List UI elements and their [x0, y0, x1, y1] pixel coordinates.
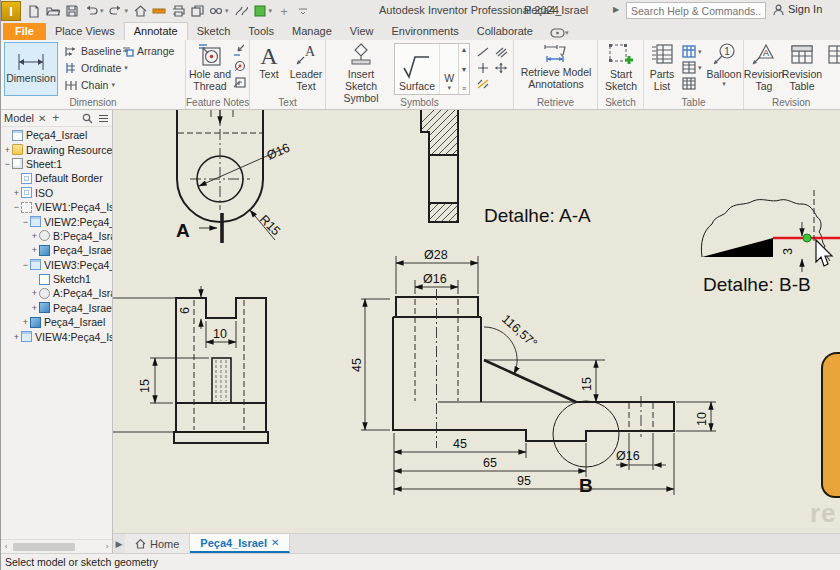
browser-menu-icon[interactable] — [98, 114, 109, 123]
scroll-left-icon[interactable]: ‹ — [1, 542, 11, 551]
caterpillar-icon[interactable] — [476, 46, 490, 58]
scrollbar-thumb[interactable] — [13, 543, 75, 551]
hole-thread-button[interactable]: Hole and Thread — [188, 43, 232, 92]
tree-item[interactable]: Peça4_Israel — [1, 128, 112, 142]
expand-toggle[interactable]: + — [12, 332, 21, 342]
tree-item[interactable]: +ISO — [1, 186, 112, 200]
view-front[interactable]: B Ø28 Ø16 — [350, 248, 716, 496]
redo-dropdown-icon[interactable]: ▾ — [125, 7, 129, 15]
gallery-up-icon[interactable]: ▲ — [461, 46, 468, 53]
close-document-icon[interactable]: ✕ — [271, 537, 279, 548]
tree-item[interactable]: −Sheet:1 — [1, 157, 112, 171]
tab-file[interactable]: File — [3, 23, 46, 40]
revision-tag-button[interactable]: A Revision Tag — [746, 43, 782, 92]
sign-in-button[interactable]: Sign In — [773, 3, 822, 15]
dim-10-side[interactable]: 10 — [213, 327, 227, 341]
tree-item[interactable]: +Drawing Resources — [1, 142, 112, 156]
panel-label-revision[interactable]: Revision — [744, 97, 840, 108]
panel-label-feature-notes[interactable]: Feature Notes — [186, 97, 249, 108]
tab-document[interactable]: Peça4_Israel ✕ — [190, 534, 290, 553]
detail-label-b[interactable]: B — [579, 475, 593, 496]
parts-list-button[interactable]: Parts List — [646, 43, 678, 92]
ribbon-display-toggle-icon[interactable]: ▾ — [550, 28, 569, 40]
tree-item[interactable]: +Peça4_Israel — [1, 301, 112, 315]
tree-item[interactable]: −VIEW2:Peça4_Israel — [1, 214, 112, 228]
scroll-right-icon[interactable]: › — [102, 542, 112, 551]
expand-toggle[interactable]: + — [12, 188, 21, 198]
print-icon[interactable] — [171, 4, 185, 18]
tab-environments[interactable]: Environments — [382, 23, 467, 40]
view-side[interactable]: 6 10 15 — [113, 286, 268, 443]
tree-item[interactable]: −VIEW3:Peça4_Israel — [1, 258, 112, 272]
copy-sheets-icon[interactable] — [190, 4, 204, 18]
bend-table-icon[interactable] — [682, 77, 696, 90]
undo-dropdown-icon[interactable]: ▾ — [100, 7, 104, 15]
expand-toggle[interactable]: − — [3, 159, 12, 169]
tab-place-views[interactable]: Place Views — [46, 23, 124, 40]
dim-dia28[interactable]: Ø28 — [424, 248, 448, 262]
link-dropdown-icon[interactable]: ▾ — [225, 7, 229, 15]
open-file-icon[interactable] — [46, 4, 60, 18]
insert-sketch-symbol-button[interactable]: Insert Sketch Symbol — [330, 43, 392, 104]
dimension-button[interactable]: Dimension — [4, 42, 58, 96]
tab-home[interactable]: Home — [125, 534, 190, 553]
bend-note-icon[interactable] — [233, 76, 246, 88]
tree-item[interactable]: −VIEW1:Peça4_Israel — [1, 200, 112, 214]
dim-dia16-top[interactable]: Ø16 — [423, 272, 447, 286]
dim-10-arm[interactable]: 10 — [695, 412, 709, 426]
gallery-down-icon[interactable]: ▼ — [461, 66, 468, 73]
panel-label-text[interactable]: Text — [250, 97, 325, 108]
detail-b-label[interactable]: Detalhe: B-B — [703, 274, 811, 295]
chamfer-note-icon[interactable] — [233, 44, 246, 56]
view-detail-bb[interactable]: 3 Detalhe: B-B — [701, 190, 840, 295]
link-icon[interactable] — [209, 4, 223, 18]
undo-icon[interactable] — [84, 4, 98, 18]
tab-view[interactable]: View — [341, 23, 383, 40]
text-button[interactable]: A Text — [252, 43, 286, 80]
dim-6[interactable]: 6 — [178, 307, 192, 314]
tree-item[interactable]: +VIEW4:Peça4_Israel — [1, 329, 112, 343]
surface-texture-button[interactable]: Surface — [395, 44, 439, 94]
tab-tools[interactable]: Tools — [239, 23, 283, 40]
hole-table-icon[interactable] — [682, 61, 696, 74]
punch-note-icon[interactable] — [233, 60, 246, 72]
sketch-acceleration-icon[interactable] — [234, 4, 248, 18]
save-icon[interactable] — [65, 4, 79, 18]
dim-r15[interactable]: R15 — [257, 212, 283, 238]
ordinate-button[interactable]: Ordinate▾ — [64, 62, 128, 74]
general-table-icon[interactable] — [682, 45, 696, 58]
dim-angle[interactable]: 116,57° — [499, 312, 540, 351]
title-flyout-arrow-icon[interactable]: ▶ — [613, 5, 619, 14]
expand-toggle[interactable]: + — [30, 231, 39, 241]
expand-toggle[interactable]: − — [12, 202, 21, 212]
tree-item[interactable]: +Peça4_Israel — [1, 315, 112, 329]
expand-toggle[interactable]: − — [21, 260, 30, 270]
redo-icon[interactable] — [109, 4, 123, 18]
measure-icon[interactable] — [152, 4, 166, 18]
detail-a-label[interactable]: Detalhe: A-A — [484, 205, 591, 226]
panel-label-retrieve[interactable]: Retrieve — [514, 97, 597, 108]
selected-point[interactable] — [803, 234, 811, 242]
revision-clipped-button[interactable] — [822, 43, 840, 67]
home-icon[interactable] — [133, 4, 147, 18]
dim-3[interactable]: 3 — [781, 248, 795, 255]
add-command-icon[interactable]: + — [277, 4, 291, 18]
baseline-button[interactable]: Baseline▾ — [64, 45, 128, 57]
dim-95-width[interactable]: 95 — [517, 474, 531, 488]
dim-dia16-hole[interactable]: Ø16 — [616, 449, 640, 463]
tree-item[interactable]: +A:Peça4_Israel — [1, 286, 112, 300]
start-sketch-button[interactable]: Start Sketch — [601, 43, 641, 92]
browser-search-icon[interactable] — [82, 113, 93, 124]
hatch-area-icon[interactable] — [494, 46, 508, 58]
tab-annotate[interactable]: Annotate — [124, 22, 188, 40]
material-dropdown-icon[interactable]: ▾ — [269, 7, 273, 15]
dim-65-width[interactable]: 65 — [483, 456, 497, 470]
panel-label-table[interactable]: Table — [644, 97, 743, 108]
expand-toggle[interactable]: + — [30, 288, 39, 298]
balloon-button[interactable]: 1 Balloon▾ — [706, 43, 742, 88]
tree-item[interactable]: Default Border — [1, 171, 112, 185]
gallery-expand-icon[interactable]: ≡ — [462, 85, 466, 92]
browser-add-tab-icon[interactable]: + — [52, 111, 59, 125]
tree-item[interactable]: +B:Peça4_Israel — [1, 229, 112, 243]
tab-manage[interactable]: Manage — [283, 23, 341, 40]
